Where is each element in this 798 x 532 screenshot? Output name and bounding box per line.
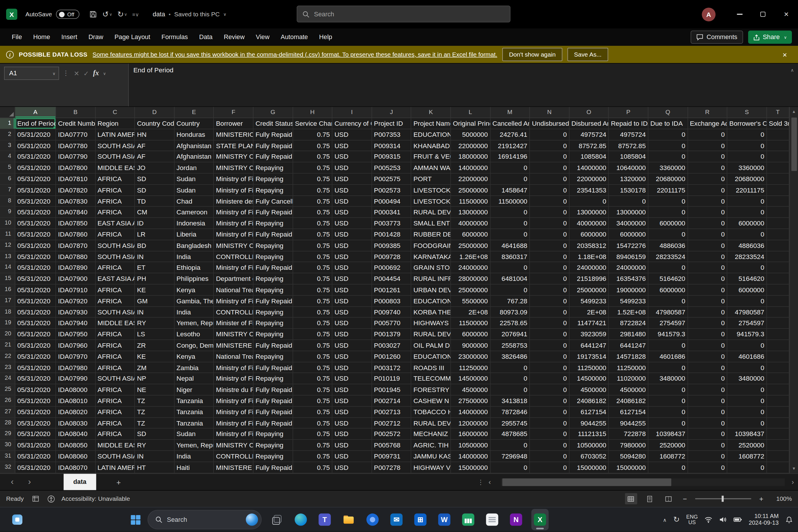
cell-N17[interactable]: 0 — [530, 296, 569, 306]
cell-I10[interactable]: USD — [332, 218, 372, 229]
cell-M6[interactable]: 0 — [490, 173, 530, 185]
cell-B9[interactable]: IDA07840 — [56, 207, 95, 218]
cell-P13[interactable]: 89406159 — [609, 251, 648, 262]
cell-N5[interactable]: 0 — [530, 163, 569, 173]
row-header-31[interactable]: 31 — [0, 451, 15, 462]
cell-O11[interactable]: 6000000 — [569, 229, 609, 240]
cell-R28[interactable]: 0 — [688, 418, 727, 429]
column-header-E[interactable]: E — [174, 107, 214, 117]
cell-S9[interactable]: 0 — [727, 207, 767, 218]
cell-P2[interactable]: 4975724 — [609, 129, 648, 140]
accessibility-status[interactable]: Accessibility: Unavailable — [47, 495, 130, 502]
column-header-Q[interactable]: Q — [648, 107, 688, 117]
cell-G14[interactable]: Fully Repaid — [253, 262, 293, 273]
cell-N4[interactable]: 0 — [530, 151, 569, 163]
cell-K13[interactable]: KARNATAKA — [411, 251, 451, 262]
cell-H17[interactable]: 0.75 — [293, 296, 332, 306]
ribbon-tab-draw[interactable]: Draw — [83, 28, 109, 46]
cell-E11[interactable]: Liberia — [174, 229, 214, 240]
cell-N2[interactable]: 0 — [530, 129, 569, 140]
cell-R14[interactable]: 0 — [688, 262, 727, 273]
cell-T21[interactable] — [767, 340, 789, 351]
cell-A21[interactable]: 05/31/2020 — [15, 340, 56, 351]
normal-view-button[interactable] — [625, 493, 637, 504]
cell-A28[interactable]: 05/31/2020 — [15, 418, 56, 429]
cell-E7[interactable]: Sudan — [174, 185, 214, 196]
cell-R24[interactable]: 0 — [688, 373, 727, 384]
column-header-L[interactable]: L — [451, 107, 490, 117]
cell-A22[interactable]: 05/31/2020 — [15, 351, 56, 362]
row-header-15[interactable]: 15 — [0, 273, 15, 284]
cell-H31[interactable]: 0.75 — [293, 451, 332, 462]
column-header-A[interactable]: A — [15, 107, 56, 117]
cell-H30[interactable]: 0.75 — [293, 440, 332, 451]
cell-F15[interactable]: Department of Finance — [214, 273, 253, 284]
cell-F29[interactable]: Ministry of Finance — [214, 429, 253, 440]
cell-B16[interactable]: IDA07910 — [56, 284, 95, 296]
cell-P30[interactable]: 7980000 — [609, 440, 648, 451]
cell-O2[interactable]: 4975724 — [569, 129, 609, 140]
cell-D25[interactable]: NE — [135, 384, 174, 396]
cell-S23[interactable]: 0 — [727, 362, 767, 373]
cell-N9[interactable]: 0 — [530, 207, 569, 218]
cell-Q12[interactable]: 4886036 — [648, 240, 688, 251]
cell-E31[interactable]: India — [174, 451, 214, 462]
cell-E19[interactable]: Yemen, Republic of — [174, 318, 214, 329]
cell-J13[interactable]: P009728 — [372, 251, 411, 262]
column-header-P[interactable]: P — [609, 107, 648, 117]
cell-I1[interactable]: Currency of Commitment — [332, 118, 372, 129]
cell-L11[interactable]: 6000000 — [451, 229, 490, 240]
cell-F9[interactable]: Ministry of Finance — [214, 207, 253, 218]
cell-B17[interactable]: IDA07920 — [56, 296, 95, 306]
excel-app-icon[interactable]: X — [6, 9, 17, 20]
cell-S28[interactable]: 0 — [727, 418, 767, 429]
cell-S20[interactable]: 941579.3 — [727, 329, 767, 340]
cell-F12[interactable]: MINISTRY OF FINANCE — [214, 240, 253, 251]
warning-close-icon[interactable]: × — [778, 50, 792, 59]
wifi-icon[interactable] — [704, 516, 712, 523]
cell-E12[interactable]: Bangladesh — [174, 240, 214, 251]
cell-M29[interactable]: 4878685 — [490, 429, 530, 440]
cell-J27[interactable]: P002713 — [372, 406, 411, 418]
cell-J22[interactable]: P001260 — [372, 351, 411, 362]
cell-S2[interactable]: 0 — [727, 129, 767, 140]
row-header-17[interactable]: 17 — [0, 296, 15, 306]
cell-I15[interactable]: USD — [332, 273, 372, 284]
cell-B2[interactable]: IDA07770 — [56, 129, 95, 140]
cell-B13[interactable]: IDA07880 — [56, 251, 95, 262]
row-header-13[interactable]: 13 — [0, 251, 15, 262]
cell-F19[interactable]: Minister of Finance — [214, 318, 253, 329]
cell-H32[interactable]: 0.75 — [293, 462, 332, 473]
cell-D12[interactable]: BD — [135, 240, 174, 251]
cell-R12[interactable]: 0 — [688, 240, 727, 251]
cell-T23[interactable] — [767, 362, 789, 373]
cell-F8[interactable]: Ministere des Finances — [214, 196, 253, 207]
confirm-entry-icon[interactable]: ✓ — [83, 70, 89, 77]
cell-M28[interactable]: 2955745 — [490, 418, 530, 429]
cell-N10[interactable]: 0 — [530, 218, 569, 229]
cell-Q24[interactable]: 3480000 — [648, 373, 688, 384]
name-box[interactable]: A1 ∨ — [4, 67, 59, 80]
cell-K25[interactable]: FORESTRY — [411, 384, 451, 396]
warning-message-link[interactable]: Some features might be lost if you save … — [93, 51, 497, 58]
column-header-C[interactable]: C — [95, 107, 135, 117]
cell-K8[interactable]: LIVESTOCK — [411, 196, 451, 207]
cell-S8[interactable]: 0 — [727, 196, 767, 207]
cell-P28[interactable]: 9044255 — [609, 418, 648, 429]
cell-B14[interactable]: IDA07890 — [56, 262, 95, 273]
cell-Q13[interactable]: 28233524 — [648, 251, 688, 262]
cell-R29[interactable]: 0 — [688, 429, 727, 440]
chevron-down-icon[interactable]: ∨ — [103, 71, 106, 76]
cell-F16[interactable]: National Treasury — [214, 284, 253, 296]
cell-K9[interactable]: RURAL DEV — [411, 207, 451, 218]
cell-K1[interactable]: Project Name — [411, 118, 451, 129]
column-header-M[interactable]: M — [490, 107, 530, 117]
cell-R18[interactable]: 0 — [688, 306, 727, 318]
cell-T15[interactable] — [767, 273, 789, 284]
cell-P20[interactable]: 2981480 — [609, 329, 648, 340]
cell-T14[interactable] — [767, 262, 789, 273]
cell-E10[interactable]: Indonesia — [174, 218, 214, 229]
cell-C25[interactable]: AFRICA — [95, 384, 135, 396]
cell-R3[interactable]: 0 — [688, 140, 727, 151]
cell-K7[interactable]: LIVESTOCK — [411, 185, 451, 196]
